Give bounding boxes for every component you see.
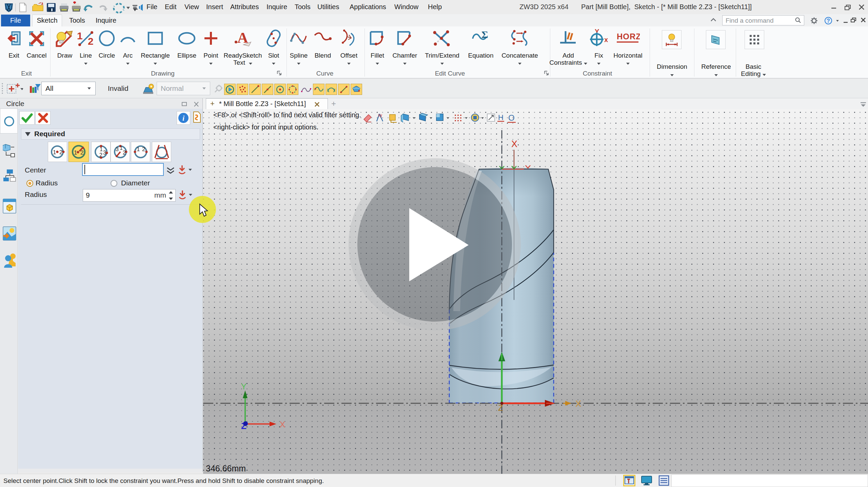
svg-text:X: X	[280, 420, 285, 429]
svg-text:HORZ: HORZ	[617, 32, 640, 41]
svg-text:H: H	[498, 113, 504, 122]
svg-text:Σ: Σ	[481, 29, 488, 40]
svg-text:1: 1	[137, 146, 140, 153]
svg-text:?: ?	[827, 18, 830, 24]
svg-text:1: 1	[77, 30, 83, 41]
svg-text:Y: Y	[241, 382, 246, 391]
svg-text:X: X	[575, 399, 581, 409]
svg-text:i: i	[182, 114, 185, 122]
svg-text:1: 1	[120, 145, 123, 151]
svg-text:2: 2	[123, 150, 126, 156]
svg-text:1: 1	[74, 149, 77, 156]
svg-text:1: 1	[100, 146, 103, 152]
svg-text:O: O	[508, 113, 515, 122]
svg-text:Z: Z	[498, 403, 503, 412]
svg-text:x: x	[604, 36, 608, 43]
svg-text:3: 3	[116, 146, 119, 152]
svg-text:2: 2	[88, 36, 94, 47]
svg-text:2: 2	[59, 149, 62, 156]
svg-text:2: 2	[142, 146, 145, 153]
svg-text:X: X	[511, 139, 517, 149]
svg-text:2: 2	[80, 149, 83, 156]
svg-text:xy: xy	[378, 113, 382, 118]
svg-text:1: 1	[53, 149, 56, 156]
svg-text:2: 2	[99, 152, 102, 158]
svg-text:3: 3	[103, 150, 106, 156]
